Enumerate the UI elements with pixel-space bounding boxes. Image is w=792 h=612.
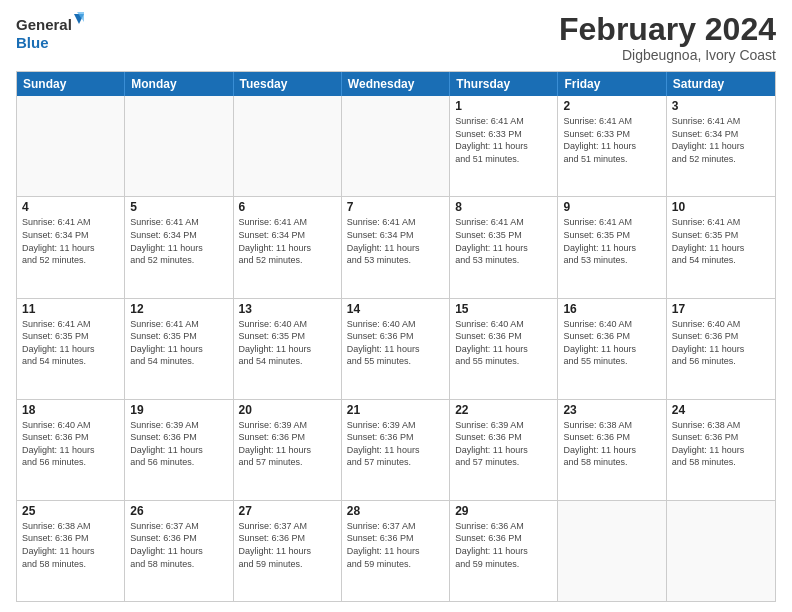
header-day-thursday: Thursday <box>450 72 558 96</box>
day-number: 15 <box>455 302 552 316</box>
header-day-wednesday: Wednesday <box>342 72 450 96</box>
calendar-day-17: 17Sunrise: 6:40 AMSunset: 6:36 PMDayligh… <box>667 299 775 399</box>
calendar-day-3: 3Sunrise: 6:41 AMSunset: 6:34 PMDaylight… <box>667 96 775 196</box>
day-sun-info: Sunrise: 6:41 AMSunset: 6:34 PMDaylight:… <box>130 216 227 266</box>
calendar-week-5: 25Sunrise: 6:38 AMSunset: 6:36 PMDayligh… <box>17 500 775 601</box>
day-number: 3 <box>672 99 770 113</box>
calendar-day-23: 23Sunrise: 6:38 AMSunset: 6:36 PMDayligh… <box>558 400 666 500</box>
day-number: 20 <box>239 403 336 417</box>
day-sun-info: Sunrise: 6:37 AMSunset: 6:36 PMDaylight:… <box>239 520 336 570</box>
day-number: 21 <box>347 403 444 417</box>
calendar-day-16: 16Sunrise: 6:40 AMSunset: 6:36 PMDayligh… <box>558 299 666 399</box>
day-sun-info: Sunrise: 6:38 AMSunset: 6:36 PMDaylight:… <box>22 520 119 570</box>
svg-text:Blue: Blue <box>16 34 49 51</box>
calendar-day-4: 4Sunrise: 6:41 AMSunset: 6:34 PMDaylight… <box>17 197 125 297</box>
day-sun-info: Sunrise: 6:41 AMSunset: 6:35 PMDaylight:… <box>130 318 227 368</box>
calendar-day-25: 25Sunrise: 6:38 AMSunset: 6:36 PMDayligh… <box>17 501 125 601</box>
calendar-day-29: 29Sunrise: 6:36 AMSunset: 6:36 PMDayligh… <box>450 501 558 601</box>
calendar-day-15: 15Sunrise: 6:40 AMSunset: 6:36 PMDayligh… <box>450 299 558 399</box>
day-number: 29 <box>455 504 552 518</box>
day-sun-info: Sunrise: 6:39 AMSunset: 6:36 PMDaylight:… <box>239 419 336 469</box>
day-sun-info: Sunrise: 6:41 AMSunset: 6:34 PMDaylight:… <box>672 115 770 165</box>
calendar-day-9: 9Sunrise: 6:41 AMSunset: 6:35 PMDaylight… <box>558 197 666 297</box>
day-sun-info: Sunrise: 6:40 AMSunset: 6:36 PMDaylight:… <box>455 318 552 368</box>
day-number: 5 <box>130 200 227 214</box>
calendar-day-18: 18Sunrise: 6:40 AMSunset: 6:36 PMDayligh… <box>17 400 125 500</box>
day-number: 16 <box>563 302 660 316</box>
calendar: SundayMondayTuesdayWednesdayThursdayFrid… <box>16 71 776 602</box>
day-sun-info: Sunrise: 6:41 AMSunset: 6:34 PMDaylight:… <box>239 216 336 266</box>
day-sun-info: Sunrise: 6:36 AMSunset: 6:36 PMDaylight:… <box>455 520 552 570</box>
calendar-day-12: 12Sunrise: 6:41 AMSunset: 6:35 PMDayligh… <box>125 299 233 399</box>
day-number: 28 <box>347 504 444 518</box>
calendar-week-2: 4Sunrise: 6:41 AMSunset: 6:34 PMDaylight… <box>17 196 775 297</box>
calendar-day-10: 10Sunrise: 6:41 AMSunset: 6:35 PMDayligh… <box>667 197 775 297</box>
day-sun-info: Sunrise: 6:40 AMSunset: 6:36 PMDaylight:… <box>347 318 444 368</box>
calendar-week-1: 1Sunrise: 6:41 AMSunset: 6:33 PMDaylight… <box>17 96 775 196</box>
calendar-empty-0-2 <box>234 96 342 196</box>
title-block: February 2024 Digbeugnoa, Ivory Coast <box>559 12 776 63</box>
day-sun-info: Sunrise: 6:38 AMSunset: 6:36 PMDaylight:… <box>563 419 660 469</box>
header: General Blue February 2024 Digbeugnoa, I… <box>16 12 776 63</box>
calendar-header: SundayMondayTuesdayWednesdayThursdayFrid… <box>17 72 775 96</box>
calendar-week-3: 11Sunrise: 6:41 AMSunset: 6:35 PMDayligh… <box>17 298 775 399</box>
day-sun-info: Sunrise: 6:41 AMSunset: 6:35 PMDaylight:… <box>22 318 119 368</box>
day-number: 9 <box>563 200 660 214</box>
calendar-day-11: 11Sunrise: 6:41 AMSunset: 6:35 PMDayligh… <box>17 299 125 399</box>
calendar-day-21: 21Sunrise: 6:39 AMSunset: 6:36 PMDayligh… <box>342 400 450 500</box>
calendar-day-5: 5Sunrise: 6:41 AMSunset: 6:34 PMDaylight… <box>125 197 233 297</box>
day-number: 12 <box>130 302 227 316</box>
day-number: 1 <box>455 99 552 113</box>
calendar-day-8: 8Sunrise: 6:41 AMSunset: 6:35 PMDaylight… <box>450 197 558 297</box>
day-number: 18 <box>22 403 119 417</box>
day-number: 8 <box>455 200 552 214</box>
day-number: 27 <box>239 504 336 518</box>
day-sun-info: Sunrise: 6:41 AMSunset: 6:35 PMDaylight:… <box>455 216 552 266</box>
day-number: 19 <box>130 403 227 417</box>
header-day-saturday: Saturday <box>667 72 775 96</box>
day-number: 13 <box>239 302 336 316</box>
calendar-day-27: 27Sunrise: 6:37 AMSunset: 6:36 PMDayligh… <box>234 501 342 601</box>
calendar-empty-4-5 <box>558 501 666 601</box>
day-sun-info: Sunrise: 6:41 AMSunset: 6:34 PMDaylight:… <box>347 216 444 266</box>
calendar-day-26: 26Sunrise: 6:37 AMSunset: 6:36 PMDayligh… <box>125 501 233 601</box>
calendar-day-1: 1Sunrise: 6:41 AMSunset: 6:33 PMDaylight… <box>450 96 558 196</box>
header-day-monday: Monday <box>125 72 233 96</box>
calendar-day-2: 2Sunrise: 6:41 AMSunset: 6:33 PMDaylight… <box>558 96 666 196</box>
day-sun-info: Sunrise: 6:41 AMSunset: 6:33 PMDaylight:… <box>455 115 552 165</box>
calendar-empty-4-6 <box>667 501 775 601</box>
month-year-title: February 2024 <box>559 12 776 47</box>
calendar-day-28: 28Sunrise: 6:37 AMSunset: 6:36 PMDayligh… <box>342 501 450 601</box>
header-day-tuesday: Tuesday <box>234 72 342 96</box>
day-number: 26 <box>130 504 227 518</box>
location-subtitle: Digbeugnoa, Ivory Coast <box>559 47 776 63</box>
day-sun-info: Sunrise: 6:40 AMSunset: 6:36 PMDaylight:… <box>563 318 660 368</box>
logo-svg: General Blue <box>16 12 86 52</box>
day-number: 22 <box>455 403 552 417</box>
calendar-week-4: 18Sunrise: 6:40 AMSunset: 6:36 PMDayligh… <box>17 399 775 500</box>
day-sun-info: Sunrise: 6:37 AMSunset: 6:36 PMDaylight:… <box>130 520 227 570</box>
calendar-day-7: 7Sunrise: 6:41 AMSunset: 6:34 PMDaylight… <box>342 197 450 297</box>
day-sun-info: Sunrise: 6:41 AMSunset: 6:35 PMDaylight:… <box>672 216 770 266</box>
svg-text:General: General <box>16 16 72 33</box>
day-sun-info: Sunrise: 6:40 AMSunset: 6:36 PMDaylight:… <box>672 318 770 368</box>
day-sun-info: Sunrise: 6:37 AMSunset: 6:36 PMDaylight:… <box>347 520 444 570</box>
day-number: 25 <box>22 504 119 518</box>
day-number: 17 <box>672 302 770 316</box>
day-sun-info: Sunrise: 6:41 AMSunset: 6:34 PMDaylight:… <box>22 216 119 266</box>
day-sun-info: Sunrise: 6:40 AMSunset: 6:36 PMDaylight:… <box>22 419 119 469</box>
day-number: 23 <box>563 403 660 417</box>
day-sun-info: Sunrise: 6:38 AMSunset: 6:36 PMDaylight:… <box>672 419 770 469</box>
calendar-day-14: 14Sunrise: 6:40 AMSunset: 6:36 PMDayligh… <box>342 299 450 399</box>
day-number: 6 <box>239 200 336 214</box>
day-sun-info: Sunrise: 6:39 AMSunset: 6:36 PMDaylight:… <box>347 419 444 469</box>
day-number: 11 <box>22 302 119 316</box>
day-sun-info: Sunrise: 6:39 AMSunset: 6:36 PMDaylight:… <box>130 419 227 469</box>
day-number: 4 <box>22 200 119 214</box>
logo: General Blue <box>16 12 86 52</box>
calendar-body: 1Sunrise: 6:41 AMSunset: 6:33 PMDaylight… <box>17 96 775 601</box>
day-sun-info: Sunrise: 6:39 AMSunset: 6:36 PMDaylight:… <box>455 419 552 469</box>
day-sun-info: Sunrise: 6:41 AMSunset: 6:33 PMDaylight:… <box>563 115 660 165</box>
day-sun-info: Sunrise: 6:40 AMSunset: 6:35 PMDaylight:… <box>239 318 336 368</box>
calendar-empty-0-3 <box>342 96 450 196</box>
